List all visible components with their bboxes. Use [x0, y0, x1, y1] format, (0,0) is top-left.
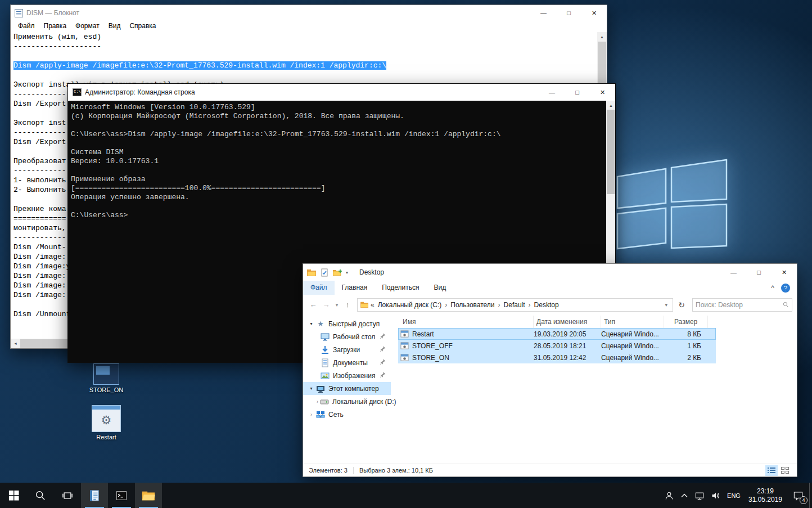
navigation-pane: ▾ ★ Быстрый доступ Рабочий стол Загрузки [303, 314, 391, 464]
properties-icon[interactable] [320, 268, 330, 277]
close-button[interactable]: ✕ [590, 84, 615, 101]
people-icon[interactable] [661, 483, 678, 508]
desktop-icon-restart[interactable]: ⚙ Restart [84, 405, 128, 440]
windows-logo-icon [8, 490, 19, 501]
hidden-icons-chevron-icon[interactable] [678, 483, 691, 508]
tab-share[interactable]: Поделиться [375, 281, 426, 295]
file-row[interactable]: STORE_OFF 28.05.2019 18:21 Сценарий Wind… [398, 340, 716, 352]
cmd-titlebar[interactable]: C:\ Администратор: Командная строка — □ … [68, 84, 615, 101]
file-list: Имя Дата изменения Тип Размер Restart 19… [391, 314, 797, 464]
location-folder-icon [360, 301, 369, 308]
file-name: STORE_OFF [412, 342, 453, 350]
minimize-button[interactable]: — [531, 5, 556, 21]
chevron-expanded-icon[interactable]: ▾ [308, 386, 314, 391]
taskbar-app-cmd[interactable] [108, 483, 135, 508]
address-dropdown-icon[interactable]: ▾ [662, 302, 670, 308]
taskbar-app-notepad[interactable] [81, 483, 108, 508]
status-bar: Элементов: 3 Выбрано 3 элем.: 10,1 КБ [303, 464, 797, 476]
minimize-button[interactable]: — [721, 264, 746, 281]
sidebar-item-network[interactable]: › Сеть [303, 408, 391, 421]
quick-access-star-icon: ★ [316, 320, 325, 328]
volume-icon[interactable] [708, 483, 724, 508]
breadcrumb-collapse-icon[interactable]: « [371, 301, 375, 309]
cmd-line: (c) Корпорация Майкрософт (Microsoft Cor… [71, 112, 606, 121]
sidebar-item-documents[interactable]: Документы [303, 356, 391, 369]
column-header-name[interactable]: Имя [400, 316, 534, 328]
sidebar-item-desktop[interactable]: Рабочий стол [303, 330, 391, 343]
language-indicator[interactable]: ENG [724, 483, 744, 508]
tab-file[interactable]: Файл [303, 281, 335, 295]
thumbnails-view-button[interactable] [779, 465, 791, 476]
menu-help[interactable]: Справка [125, 21, 160, 32]
sidebar-item-local-disk-d[interactable]: › Локальный диск (D:) [303, 395, 391, 408]
maximize-button[interactable]: □ [746, 264, 772, 281]
forward-button[interactable]: → [321, 300, 332, 309]
scroll-left-arrow[interactable]: ◄ [11, 339, 20, 348]
breadcrumb-item[interactable]: Default [502, 301, 527, 309]
column-header-modified[interactable]: Дата изменения [534, 316, 601, 328]
taskbar-search-button[interactable] [27, 483, 54, 508]
network-tray-icon[interactable] [691, 483, 708, 508]
column-header-size[interactable]: Размер [664, 316, 708, 328]
clock[interactable]: 23:19 31.05.2019 [744, 483, 787, 508]
sidebar-item-pictures[interactable]: Изображения [303, 369, 391, 382]
refresh-icon[interactable]: ↻ [675, 300, 688, 309]
action-center-button[interactable]: 4 [787, 483, 809, 508]
desktop-icon-store-on[interactable]: STORE_ON [84, 363, 128, 393]
explorer-titlebar[interactable]: ▾ Desktop — □ ✕ [303, 264, 797, 281]
qat-customize-dropdown-icon[interactable]: ▾ [346, 270, 348, 275]
show-desktop-button[interactable] [809, 483, 812, 508]
script-file-icon [400, 330, 409, 338]
ribbon-collapse-icon[interactable]: ^ [771, 284, 774, 292]
breadcrumb-item[interactable]: Desktop [533, 301, 561, 309]
new-folder-icon[interactable] [333, 268, 342, 277]
sidebar-item-this-pc[interactable]: ▾ Этот компьютер [303, 382, 391, 395]
breadcrumb-item[interactable]: Пользователи [449, 301, 496, 309]
menu-format[interactable]: Формат [71, 21, 104, 32]
cmd-line: Microsoft Windows [Version 10.0.17763.52… [71, 103, 606, 112]
windows-logo-wallpaper-icon [616, 147, 729, 266]
breadcrumb-separator: › [498, 301, 500, 309]
back-button[interactable]: ← [308, 300, 319, 309]
chevron-expanded-icon[interactable]: ▾ [308, 321, 314, 326]
chevron-collapsed-icon[interactable]: › [308, 412, 314, 417]
sidebar-item-quick-access[interactable]: ▾ ★ Быстрый доступ [303, 317, 391, 330]
file-row[interactable]: Restart 19.03.2019 20:05 Сценарий Windo.… [398, 328, 716, 340]
search-box[interactable] [692, 298, 792, 312]
sidebar-item-downloads[interactable]: Загрузки [303, 343, 391, 356]
downloads-icon [321, 345, 330, 354]
recent-locations-dropdown-icon[interactable]: ▾ [333, 302, 340, 308]
file-size: 1 КБ [664, 342, 708, 350]
up-button[interactable]: ↑ [342, 300, 353, 309]
close-button[interactable]: ✕ [581, 5, 607, 21]
cmd-line: Версия: 10.0.17763.1 [71, 157, 606, 166]
maximize-button[interactable]: □ [556, 5, 581, 21]
minimize-button[interactable]: — [539, 84, 565, 101]
breadcrumb-separator: › [445, 301, 447, 309]
task-view-button[interactable] [54, 483, 81, 508]
menu-file[interactable]: Файл [13, 21, 39, 32]
notification-badge: 4 [800, 496, 808, 504]
start-button[interactable] [0, 483, 27, 508]
scroll-up-arrow[interactable]: ▲ [597, 32, 607, 42]
address-bar[interactable]: « Локальный диск (C:) › Пользователи › D… [357, 298, 673, 312]
cmd-app-icon: C:\ [73, 88, 82, 96]
scrollbar-thumb[interactable] [607, 110, 615, 194]
taskbar-app-explorer[interactable] [135, 483, 162, 508]
column-header-type[interactable]: Тип [601, 316, 664, 328]
file-row[interactable]: STORE_ON 31.05.2019 12:42 Сценарий Windo… [398, 352, 716, 363]
menu-view[interactable]: Вид [104, 21, 125, 32]
details-view-button[interactable] [765, 465, 778, 476]
maximize-button[interactable]: □ [565, 84, 590, 101]
scroll-up-arrow[interactable]: ▲ [606, 101, 616, 110]
notepad-titlebar[interactable]: DISM — Блокнот — □ ✕ [11, 5, 607, 21]
close-button[interactable]: ✕ [772, 264, 797, 281]
cmd-prompt-line: C:\Users\ass> [71, 211, 606, 220]
tab-view[interactable]: Вид [426, 281, 453, 295]
breadcrumb-item[interactable]: Локальный диск (C:) [376, 301, 444, 309]
help-icon[interactable]: ? [781, 284, 790, 293]
menu-edit[interactable]: Правка [39, 21, 71, 32]
chevron-collapsed-icon[interactable]: › [317, 399, 318, 404]
search-input[interactable] [696, 301, 783, 309]
tab-home[interactable]: Главная [335, 281, 375, 295]
